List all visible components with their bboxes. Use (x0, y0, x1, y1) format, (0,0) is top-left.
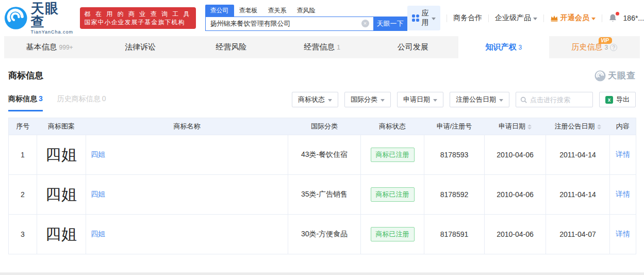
nav-enterprise[interactable]: 企业级产品 (495, 13, 537, 23)
sort-icon[interactable] (527, 124, 532, 130)
tab-history-info[interactable]: VIP 历史信息 3 ? (549, 36, 640, 58)
trademark-image: 四姐 (37, 135, 86, 175)
search-icon (520, 96, 527, 103)
trademark-table: 序号 商标图案 商标名称 国际分类 商标状态 申请/注册号 申请日期 注册公告日… (8, 118, 636, 254)
nav-cooperation[interactable]: 商务合作 (453, 13, 482, 23)
col-index: 序号 (9, 118, 37, 135)
tab-basic-info[interactable]: 基本信息 999+ (4, 36, 95, 58)
account-phone: 186*... (623, 14, 644, 22)
cell-apply-date: 2010-04-06 (485, 135, 546, 175)
watermark-logo-icon (595, 70, 606, 82)
search-tab-risk[interactable]: 查风险 (292, 5, 321, 17)
cell-apply-date: 2010-04-06 (485, 175, 546, 215)
footer-strip (0, 272, 644, 275)
trademark-search-input[interactable] (530, 96, 587, 104)
tianyancha-logo-icon (4, 6, 27, 30)
search-button[interactable]: 天眼一下 (373, 17, 407, 31)
filter-trademark-status[interactable]: 商标状态 (292, 92, 338, 107)
cell-intl-class: 30类-方便食品 (288, 215, 361, 254)
divider (447, 14, 447, 22)
slogan-line1: 都 在 用 的 商 业 查 询 工 具 (85, 10, 191, 18)
notification-dot (616, 12, 619, 15)
account-menu[interactable]: 186*... (623, 14, 644, 22)
trademark-name-link[interactable]: 四姐 (91, 150, 105, 158)
search-tab-boss[interactable]: 查老板 (234, 5, 263, 17)
trademark-section: 商标信息 天眼查 商标信息3 历史商标信息0 商标状态 国际分类 (0, 70, 644, 254)
table-header-row: 序号 商标图案 商标名称 国际分类 商标状态 申请/注册号 申请日期 注册公告日… (9, 118, 636, 135)
caret-down-icon (533, 18, 537, 20)
cell-index: 3 (9, 215, 37, 254)
detail-link[interactable]: 详情 (616, 150, 630, 158)
col-trademark-name: 商标名称 (86, 118, 288, 135)
trademark-search-box[interactable] (516, 92, 593, 107)
nav-open-vip[interactable]: 开通会员 (550, 13, 596, 23)
cell-intl-class: 43类-餐饮住宿 (288, 135, 361, 175)
table-row: 1 四姐 四姐 43类-餐饮住宿 商标已注册 8178593 2010-04-0… (9, 135, 636, 175)
caret-down-icon (499, 99, 503, 102)
trademark-image: 四姐 (37, 175, 86, 215)
sort-icon[interactable] (597, 124, 601, 130)
apps-menu[interactable]: 应用 (407, 6, 441, 30)
caret-down-icon (381, 99, 385, 102)
tab-company-development[interactable]: 公司发展 (368, 36, 458, 58)
filter-announce-date[interactable]: 注册公告日期 (450, 92, 509, 107)
search-block: 查公司 查老板 查关系 查风险 × 天眼一下 (205, 5, 407, 31)
notifications-bell[interactable] (608, 13, 617, 23)
caret-down-icon (328, 99, 332, 102)
cell-intl-class: 35类-广告销售 (288, 175, 361, 215)
col-trademark-image: 商标图案 (37, 118, 86, 135)
tianyancha-logo[interactable]: 天眼查 TianYanCha.com (4, 2, 74, 35)
divider (488, 14, 489, 22)
status-badge: 商标已注册 (371, 187, 415, 202)
trademark-subtabs: 商标信息3 历史商标信息0 (8, 94, 106, 111)
tab-operating-risk[interactable]: 经营风险 (186, 36, 276, 58)
caret-down-icon (433, 99, 437, 102)
col-intl-class: 国际分类 (288, 118, 361, 135)
col-apply-date[interactable]: 申请日期 (485, 118, 546, 135)
crown-icon (550, 14, 558, 22)
status-badge: 商标已注册 (371, 227, 415, 241)
search-tab-company[interactable]: 查公司 (205, 5, 234, 17)
cell-announce-date: 2011-04-14 (546, 135, 610, 175)
search-tabs: 查公司 查老板 查关系 查风险 (205, 5, 407, 17)
top-header: 天眼查 TianYanCha.com 都 在 用 的 商 业 查 询 工 具 国… (0, 0, 644, 36)
cell-reg-no: 8178591 (424, 215, 485, 254)
status-badge: 商标已注册 (371, 148, 415, 162)
filter-bar: 商标状态 国际分类 申请日期 注册公告日期 x 导出 (292, 92, 636, 111)
filter-intl-class[interactable]: 国际分类 (344, 92, 391, 107)
trademark-name-link[interactable]: 四姐 (91, 230, 105, 238)
detail-link[interactable]: 详情 (616, 190, 630, 198)
caret-down-icon (432, 18, 436, 20)
col-status: 商标状态 (361, 118, 424, 135)
col-content: 内容 (610, 118, 636, 135)
detail-link[interactable]: 详情 (616, 230, 630, 238)
trademark-name-link[interactable]: 四姐 (91, 190, 105, 198)
divider (602, 14, 602, 22)
brand-slogan: 都 在 用 的 商 业 查 询 工 具 国家中小企业发展子基金旗下机构 (80, 7, 196, 29)
divider (543, 14, 544, 22)
cell-reg-no: 8178593 (424, 135, 485, 175)
company-search-input[interactable] (205, 17, 373, 31)
tab-legal-litigation[interactable]: 法律诉讼 (95, 36, 186, 58)
tab-operating-info[interactable]: 经营信息 1 (276, 36, 367, 58)
search-tab-relation[interactable]: 查关系 (263, 5, 292, 17)
col-announce-date[interactable]: 注册公告日期 (546, 118, 610, 135)
cell-index: 2 (9, 175, 37, 215)
cell-reg-no: 8178592 (424, 175, 485, 215)
filter-apply-date[interactable]: 申请日期 (397, 92, 443, 107)
help-question-icon[interactable]: ? (610, 44, 617, 51)
caret-down-icon (591, 18, 596, 20)
table-row: 2 四姐 四姐 35类-广告销售 商标已注册 8178592 2010-04-0… (9, 175, 636, 215)
excel-icon: x (605, 96, 613, 104)
clear-icon[interactable]: × (361, 20, 369, 27)
header-right-nav: 应用 商务合作 企业级产品 开通会员 (407, 6, 644, 30)
tab-intellectual-property[interactable]: 知识产权 3 (458, 36, 549, 58)
slogan-line2: 国家中小企业发展子基金旗下机构 (85, 18, 191, 26)
apps-grid-icon (412, 14, 419, 22)
export-button[interactable]: x 导出 (599, 92, 636, 107)
subtab-trademark-info[interactable]: 商标信息3 (8, 94, 43, 111)
section-title: 商标信息 (8, 70, 43, 82)
trademark-image: 四姐 (37, 215, 86, 254)
subtab-history-trademark-info[interactable]: 历史商标信息0 (57, 94, 106, 111)
vip-badge: VIP (599, 37, 612, 44)
